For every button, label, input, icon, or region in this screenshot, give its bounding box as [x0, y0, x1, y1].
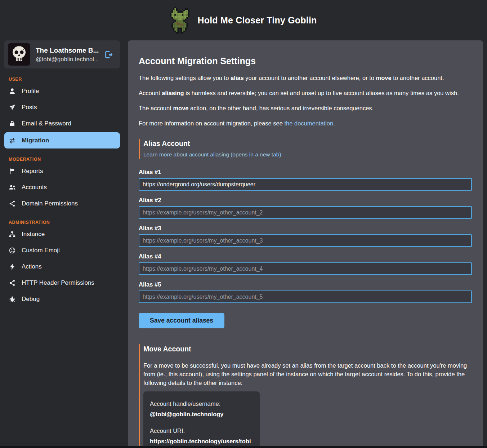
smiley-icon: [9, 247, 16, 254]
sidebar-item-label: Posts: [22, 104, 37, 111]
bolt-icon: [9, 263, 16, 270]
user-display-name: The Loathsome B...: [36, 46, 99, 54]
alias-3-input[interactable]: [139, 234, 472, 247]
sidebar-item-label: Migration: [22, 137, 49, 144]
sidebar-section-moderation: MODERATION: [9, 157, 116, 162]
sidebar-item-label: Instance: [22, 231, 45, 238]
bug-icon: [9, 296, 16, 303]
sidebar-item-instance[interactable]: Instance: [4, 226, 120, 242]
transfer-arrows-icon: [9, 137, 16, 144]
alias-4-label: Alias #4: [139, 253, 472, 260]
account-handle-label: Account handle/username:: [150, 400, 253, 407]
account-uri-value: https://goblin.technology/users/tobi: [150, 438, 253, 445]
goblin-pixel-icon: [170, 6, 191, 34]
alias-3-label: Alias #3: [139, 225, 472, 232]
user-meta: The Loathsome B... @tobi@goblin.technol.…: [36, 46, 99, 63]
sidebar-item-accounts[interactable]: Accounts: [4, 179, 120, 195]
alias-5-input[interactable]: [139, 290, 472, 303]
move-account-section: Move Account For a move to be successful…: [139, 344, 472, 448]
intro-paragraph: Account aliasing is harmless and reversi…: [139, 90, 472, 97]
alias-form: Alias #1 Alias #2 Alias #3 Alias #4 Alia…: [139, 169, 472, 328]
sidebar-item-reports[interactable]: Reports: [4, 163, 120, 179]
app-header: Hold Me Closer Tiny Goblin: [0, 0, 487, 40]
save-aliases-button[interactable]: Save account aliases: [139, 313, 224, 328]
main-panel: Account Migration Settings The following…: [128, 40, 483, 448]
sidebar-item-posts[interactable]: Posts: [4, 99, 120, 115]
lock-icon: [9, 120, 16, 127]
alias-4-input[interactable]: [139, 262, 472, 275]
sidebar-item-domain-permissions[interactable]: Domain Permissions: [4, 195, 120, 212]
sidebar-item-profile[interactable]: Profile: [4, 83, 120, 99]
sitemap-icon: [9, 231, 16, 238]
sidebar-item-label: Actions: [22, 263, 42, 270]
sidebar: The Loathsome B... @tobi@goblin.technol.…: [4, 40, 120, 307]
sidebar-item-label: Accounts: [22, 184, 47, 191]
intro-paragraph: For more information on account migratio…: [139, 120, 472, 127]
sidebar-item-label: Profile: [22, 88, 39, 95]
alias-learn-more-link[interactable]: Learn more about account aliasing (opens…: [143, 151, 281, 158]
sidebar-item-debug[interactable]: Debug: [4, 291, 120, 307]
sidebar-item-label: Custom Emoji: [22, 247, 60, 254]
sign-out-icon[interactable]: [104, 50, 113, 59]
user-handle: @tobi@goblin.technol...: [36, 56, 99, 63]
divider: [4, 215, 120, 215]
sidebar-item-label: Domain Permissions: [22, 200, 78, 207]
share-nodes-icon: [9, 200, 16, 207]
divider: [4, 72, 120, 72]
sidebar-section-user: USER: [9, 77, 116, 82]
user-icon: [9, 88, 16, 95]
account-details-box: Account handle/username: @tobi@goblin.te…: [143, 391, 260, 448]
documentation-link[interactable]: the documentation: [284, 120, 333, 127]
viewport-bottom-edge: [0, 446, 487, 448]
sidebar-item-label: HTTP Header Permissions: [22, 279, 94, 287]
sidebar-item-label: Reports: [22, 168, 43, 175]
user-card[interactable]: The Loathsome B... @tobi@goblin.technol.…: [4, 40, 120, 68]
page-title: Account Migration Settings: [139, 56, 472, 66]
divider: [4, 152, 120, 152]
account-uri-label: Account URI:: [150, 427, 253, 434]
sidebar-item-label: Debug: [22, 296, 40, 303]
intro-paragraph: The following settings allow you to alia…: [139, 75, 472, 81]
sidebar-item-migration[interactable]: Migration: [4, 132, 120, 148]
account-handle-value: @tobi@goblin.technology: [150, 411, 253, 418]
flag-icon: [9, 168, 16, 175]
sidebar-item-label: Email & Password: [22, 120, 71, 127]
users-icon: [9, 184, 16, 191]
sidebar-item-custom-emoji[interactable]: Custom Emoji: [4, 242, 120, 258]
sidebar-item-email-password[interactable]: Email & Password: [4, 115, 120, 132]
alias-1-label: Alias #1: [139, 169, 472, 176]
share-nodes-icon: [9, 279, 16, 287]
app-title: Hold Me Closer Tiny Goblin: [197, 15, 317, 26]
skull-avatar: [8, 43, 30, 66]
alias-account-heading: Alias Account: [143, 139, 472, 148]
move-account-heading: Move Account: [143, 345, 472, 353]
alias-5-label: Alias #5: [139, 281, 472, 288]
alias-1-input[interactable]: [139, 178, 472, 191]
alias-2-input[interactable]: [139, 206, 472, 219]
paper-plane-icon: [9, 104, 16, 111]
alias-2-label: Alias #2: [139, 197, 472, 204]
alias-account-section: Alias Account Learn more about account a…: [139, 139, 472, 159]
sidebar-item-http-header-permissions[interactable]: HTTP Header Permissions: [4, 275, 120, 291]
sidebar-item-actions[interactable]: Actions: [4, 258, 120, 275]
sidebar-section-administration: ADMINISTRATION: [9, 220, 116, 225]
intro-paragraph: The account move action, on the other ha…: [139, 105, 472, 112]
move-description: For a move to be successful, you must ha…: [143, 361, 472, 387]
